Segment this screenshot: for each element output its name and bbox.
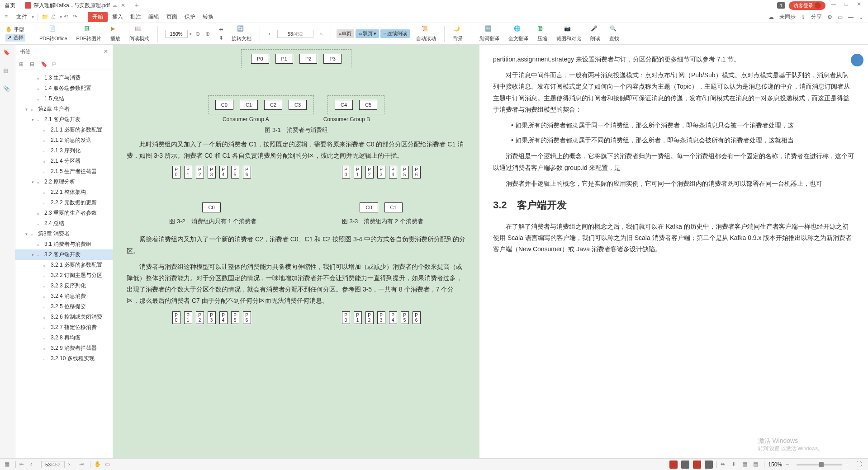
hand-status-icon[interactable]: ✋ [94,461,101,468]
bookmark-item[interactable]: ▫1.3 生产与消费 [15,73,113,83]
bookmark-item[interactable]: ▫2.2.1 整体架构 [15,187,113,197]
document-tab[interactable]: 深入理解Kafka...与实践原理.pdf ☁ ✕ [20,0,130,11]
minimize-button[interactable]: — [829,1,838,10]
bookmark-item[interactable]: ▫2.2.2 元数据的更新 [15,197,113,208]
read-aloud-button[interactable]: 🎤 朗读 [588,25,603,42]
close-button[interactable]: ✕ [854,1,863,10]
file-menu[interactable]: 文件 [14,12,30,22]
view-mode-4-icon[interactable] [705,461,713,469]
share-icon[interactable]: ⇪ [801,14,806,20]
fit-page-icon[interactable]: ⬍ [217,34,225,42]
fit-width-icon[interactable]: ⬌ [217,25,225,33]
play-button[interactable]: ▶ 播放 [108,25,123,42]
bookmark-settings-icon[interactable]: ⚐ [52,61,58,67]
bookmark-item[interactable]: ▫3.2.4 消息消费 [15,291,113,301]
new-tab-button[interactable]: + [130,1,143,9]
bookmark-item[interactable]: ▫2.4 总结 [15,218,113,229]
bookmark-item[interactable]: ▫2.1.1 必要的参数配置 [15,125,113,135]
settings-icon[interactable]: ⚙ [827,14,832,20]
background-button[interactable]: 🌙 背景 [450,25,465,42]
next-page-icon[interactable]: › [317,30,325,38]
expand-icon[interactable]: ⊞ [19,61,25,67]
translate-float-icon[interactable] [851,54,863,66]
rotate-button[interactable]: 🔄 旋转文档 [229,25,254,42]
bookmark-item[interactable]: ▫2.1.3 序列化 [15,146,113,156]
thumbnail-nav-icon[interactable]: ▦ [3,67,12,76]
bookmark-item[interactable]: ▫2.1.4 分区器 [15,156,113,166]
zoom-input[interactable] [165,30,188,38]
status-page-input[interactable]: 53/452 [41,461,65,468]
convert-menu[interactable]: 转换 [200,12,216,22]
view-mode-1-icon[interactable] [669,461,678,469]
bookmark-item[interactable]: ▫3.2.6 控制或关闭消费 [15,312,113,322]
bookmark-item[interactable]: ▫1.5 总结 [15,94,113,104]
bookmark-item[interactable]: ▫3.2.8 再均衡 [15,333,113,343]
view-mode-2-icon[interactable] [681,461,689,469]
screenshot-button[interactable]: 📷 截图和对比 [554,25,584,42]
bookmark-item[interactable]: ▫2.3 重要的生产者参数 [15,208,113,218]
prev-page-status-icon[interactable]: ‹ [30,461,38,468]
page-input[interactable]: 53/452 [277,30,313,38]
document-viewer[interactable]: P0 P1 P2 P3 C0 C1 C2 C3 [113,45,868,458]
bookmark-item[interactable]: ▫3.2.5 位移提交 [15,301,113,312]
bookmark-item[interactable]: ▫3.2.10 多线程实现 [15,353,113,364]
find-button[interactable]: 🔍 查找 [607,25,622,42]
edit-menu[interactable]: 编辑 [146,12,162,22]
chevron-icon[interactable]: ⌄ [859,14,863,20]
layout2-icon[interactable]: ▤ [753,461,760,468]
fit-icon[interactable]: ⬌ [721,461,728,468]
bookmark-item[interactable]: ▫2.1.2 消息的发送 [15,135,113,146]
unsync-label[interactable]: 未同步 [779,13,796,21]
single-page-button[interactable]: ▫ 单页 [337,29,355,38]
window-icon[interactable]: ▭ [838,14,843,20]
prev-page-icon[interactable]: ‹ [266,30,274,38]
undo-icon[interactable]: ↶ [64,14,71,21]
bookmark-item[interactable]: ▫3.2.3 反序列化 [15,281,113,291]
fullscreen-icon[interactable]: ⛶ [856,461,863,468]
zoom-in-icon[interactable]: ⊕ [204,30,212,38]
pdf-to-image-button[interactable]: 🖼 PDF转图片 [74,25,104,42]
zoom-slider[interactable] [797,464,842,465]
maximize-button[interactable]: □ [842,1,851,10]
continuous-button[interactable]: ≡ 连续阅读 [380,29,409,38]
start-menu[interactable]: 开始 [88,12,108,22]
bookmark-item[interactable]: ▾▫第3章 消费者 [15,229,113,239]
hand-tool[interactable]: ✋ 手型 [5,26,25,33]
view-mode-3-icon[interactable] [693,461,701,469]
bookmark-item[interactable]: ▫3.2.1 必要的参数配置 [15,260,113,270]
zoom-out-status-icon[interactable]: − [786,461,793,468]
bookmark-item[interactable]: ▾▫2.2 原理分析 [15,177,113,187]
menu-icon[interactable]: ≡ [5,14,12,21]
double-page-button[interactable]: ▫▫ 双页▾ [356,29,379,38]
notification-badge[interactable]: 1 [777,2,785,9]
bookmark-item[interactable]: ▾▫2.1 客户端开发 [15,114,113,125]
select-status-icon[interactable]: ▭ [105,461,112,468]
bookmark-item[interactable]: ▫2.1.5 生产者拦截器 [15,166,113,177]
open-icon[interactable]: 📁 [42,14,49,21]
collapse-icon[interactable]: ⊟ [30,61,36,67]
collapse-icon[interactable]: — [848,14,854,20]
word-translate-button[interactable]: 🔤 划词翻译 [477,25,502,42]
read-mode-button[interactable]: 📖 阅读模式 [127,25,152,42]
home-tab[interactable]: 首页 [0,0,20,11]
bookmark-item[interactable]: ▫3.2.2 订阅主题与分区 [15,270,113,281]
page-menu[interactable]: 页面 [164,12,180,22]
bookmarks-close-icon[interactable]: ✕ [104,48,108,55]
add-bookmark-icon[interactable]: 🔖 [41,61,47,67]
insert-menu[interactable]: 插入 [109,12,126,22]
bookmark-item[interactable]: ▫3.2.7 指定位移消费 [15,322,113,333]
file-dropdown-icon[interactable]: ▾ [32,14,34,19]
auto-scroll-button[interactable]: 📜 自动滚动 [413,25,439,42]
pdf-to-office-button[interactable]: 📄 PDF转Office [37,25,70,42]
share-label[interactable]: 分享 [811,13,822,21]
fit2-icon[interactable]: ⬍ [731,461,739,468]
sidebar-toggle-icon[interactable]: ▦ [5,461,12,468]
zoom-in-status-icon[interactable]: + [845,461,853,468]
last-page-icon[interactable]: ⇥ [79,461,86,468]
bookmark-item[interactable]: ▾▫3.2 客户端开发 [15,249,113,260]
layout-icon[interactable]: ▦ [742,461,749,468]
bookmark-item[interactable]: ▫1.4 服务端参数配置 [15,83,113,94]
bookmark-item[interactable]: ▾▫第2章 生产者 [15,104,113,114]
full-translate-button[interactable]: 🌐 全文翻译 [506,25,531,42]
next-page-status-icon[interactable]: › [68,461,76,468]
